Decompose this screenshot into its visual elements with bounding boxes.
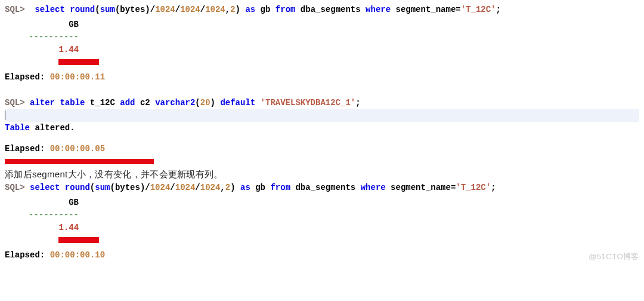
blank-gap: [5, 134, 639, 143]
num: 1024: [150, 183, 171, 192]
result-block-1: GB ---------- 1.44: [5, 19, 639, 69]
num: 1024: [200, 183, 221, 192]
elapsed-line-1: Elapsed: 00:00:00.11: [5, 71, 639, 84]
num: 2: [230, 5, 235, 14]
col-name: c2: [140, 98, 150, 108]
string-literal: 'T_12C': [456, 183, 491, 192]
slash: /: [175, 5, 180, 14]
alias: gb: [261, 5, 271, 14]
col-header: GB: [69, 198, 79, 207]
sql-line-3: SQL> select round(sum(bytes)/1024/1024/1…: [5, 182, 639, 194]
result-value: 1.44: [58, 223, 79, 232]
fn-round: round: [65, 183, 90, 192]
status-line: Table altered.: [5, 122, 639, 134]
highlight-mark-icon: [5, 159, 154, 164]
watermark: @51CTO博客: [589, 251, 639, 263]
kw-add: add: [120, 98, 135, 108]
kw-where: where: [366, 5, 391, 14]
kw-alter: alter: [30, 98, 55, 108]
kw-from: from: [270, 183, 290, 192]
slash: /: [170, 183, 175, 192]
eq: =: [456, 5, 460, 14]
text-cursor-icon: [5, 110, 5, 120]
col-header: GB: [69, 20, 79, 29]
prompt: SQL>: [5, 5, 25, 14]
highlight-line: [5, 155, 639, 168]
num: 1024: [175, 183, 196, 192]
num: 2: [225, 183, 230, 192]
fn-sum: sum: [100, 5, 115, 14]
slash: /: [195, 183, 200, 192]
result-value: 1.44: [58, 45, 79, 54]
status-word: altered.: [35, 123, 75, 133]
elapsed-label: Elapsed:: [5, 144, 45, 153]
highlight-mark-icon: [58, 237, 99, 243]
paren: ): [210, 98, 215, 108]
table: dba_segments: [301, 5, 361, 14]
highlight-mark-icon: [58, 59, 99, 65]
slash: /: [150, 5, 155, 14]
kw-from: from: [275, 5, 296, 14]
elapsed-label: Elapsed:: [5, 72, 45, 82]
num: 1024: [155, 5, 175, 14]
semi: ;: [496, 5, 501, 14]
paren: (: [110, 183, 114, 192]
type: varchar2: [155, 98, 195, 108]
col-bytes: bytes: [115, 183, 140, 192]
elapsed-time: 00:00:00.05: [50, 144, 105, 153]
sql-line-1: SQL> select round(sum(bytes)/1024/1024/1…: [5, 4, 639, 16]
prompt: SQL>: [5, 183, 25, 192]
sql-line-2: SQL> alter table t_12C add c2 varchar2(2…: [5, 97, 639, 109]
col-bytes: bytes: [120, 5, 145, 14]
slash: /: [145, 183, 150, 192]
kw-as: as: [240, 183, 250, 192]
semi: ;: [355, 98, 360, 108]
string-literal: 'TRAVELSKYDBA12C_1': [261, 98, 356, 108]
semi: ;: [491, 183, 496, 192]
comment-text: 添加后segment大小，没有变化，并不会更新现有列。: [5, 168, 639, 182]
string-literal: 'T_12C': [461, 5, 496, 14]
paren: (: [195, 98, 200, 108]
kw-select: select: [35, 5, 64, 14]
kw-default: default: [220, 98, 255, 108]
num: 1024: [180, 5, 200, 14]
status-word: Table: [5, 123, 30, 133]
elapsed-line-3: Elapsed: 00:00:00.10: [5, 249, 639, 262]
alias: gb: [255, 183, 265, 192]
fn-round: round: [70, 5, 95, 14]
paren: (: [95, 5, 100, 14]
comma: ,: [225, 5, 230, 14]
prompt: SQL>: [5, 98, 25, 108]
result-block-3: GB ---------- 1.44: [5, 196, 639, 247]
comma: ,: [220, 183, 225, 192]
table-name: t_12C: [90, 98, 115, 108]
num: 1024: [205, 5, 225, 14]
col-segname: segment_name: [396, 5, 456, 14]
table: dba_segments: [295, 183, 355, 192]
dashes: ----------: [29, 210, 79, 220]
elapsed-time: 00:00:00.10: [50, 250, 105, 260]
paren: ): [145, 5, 150, 14]
elapsed-time: 00:00:00.11: [50, 72, 105, 82]
kw-select: select: [30, 183, 60, 192]
paren: ): [236, 5, 240, 14]
blank-gap: [5, 84, 639, 97]
dashes: ----------: [29, 32, 79, 42]
kw-where: where: [361, 183, 386, 192]
kw-table: table: [60, 98, 85, 108]
paren: ): [230, 183, 235, 192]
paren: (: [90, 183, 95, 192]
col-segname: segment_name: [391, 183, 451, 192]
num: 20: [200, 98, 210, 108]
fn-sum: sum: [95, 183, 110, 192]
cursor-line[interactable]: [5, 109, 639, 122]
slash: /: [200, 5, 205, 14]
elapsed-label: Elapsed:: [5, 250, 45, 260]
kw-as: as: [245, 5, 255, 14]
elapsed-line-2: Elapsed: 00:00:00.05: [5, 143, 639, 155]
